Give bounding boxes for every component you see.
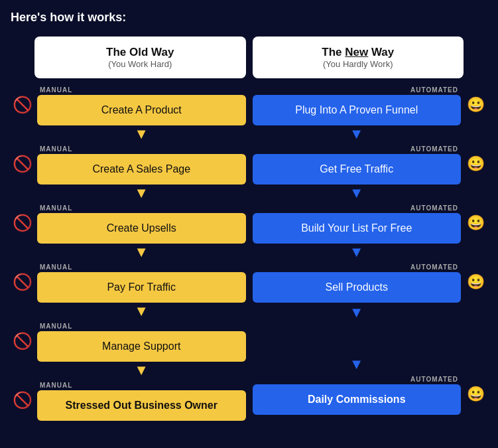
left-box-1: Create A Product: [37, 95, 246, 125]
label-automated-2: AUTOMATED: [410, 145, 458, 153]
left-arrow-5: ▼: [11, 362, 246, 379]
left-arrow-1: ▼: [11, 125, 246, 143]
left-box-5: Manage Support: [37, 331, 246, 362]
smile-icon-2: 😀: [464, 155, 487, 173]
label-automated-5: AUTOMATED: [410, 376, 458, 383]
new-way-subtitle: (You Hardly Work): [259, 59, 458, 69]
right-box-2: Get Free Traffic: [253, 154, 462, 185]
right-box-5: Daily Commissions: [253, 384, 462, 415]
label-manual-2: MANUAL: [40, 145, 72, 153]
left-arrow-2: ▼: [11, 185, 246, 202]
no-icon-5: 🚫: [11, 332, 34, 350]
right-step-1-row: AUTOMATED Plug Into A Proven Funnel 😀: [253, 84, 488, 125]
left-step-1-row: 🚫 MANUAL Create A Product: [11, 84, 246, 125]
label-manual-1: MANUAL: [40, 86, 72, 94]
left-arrow-3: ▼: [11, 244, 246, 261]
label-manual-6: MANUAL: [40, 382, 72, 389]
label-manual-4: MANUAL: [40, 263, 72, 271]
right-box-3: Build Your List For Free: [253, 213, 462, 244]
right-arrow-1: ▼: [253, 125, 488, 143]
right-spacer: ▼ ▼: [253, 303, 488, 373]
right-box-1: Plug Into A Proven Funnel: [253, 95, 462, 125]
old-way-header: The Old Way (You Work Hard): [34, 37, 246, 78]
smile-icon-1: 😀: [464, 96, 487, 113]
right-step-4-row: AUTOMATED Sell Products 😀: [253, 261, 488, 303]
old-way-title: The Old Way: [41, 46, 239, 59]
smile-icon-4: 😀: [464, 273, 487, 291]
label-automated-1: AUTOMATED: [410, 86, 458, 94]
right-arrow-3: ▼: [253, 244, 488, 261]
right-step-5-row: AUTOMATED Daily Commissions 😀: [253, 373, 488, 415]
left-arrow-4: ▼: [11, 303, 246, 320]
no-icon-1: 🚫: [11, 96, 34, 114]
left-column: The Old Way (You Work Hard) 🚫 MANUAL Cre…: [11, 37, 246, 421]
new-way-title: The New Way: [259, 46, 458, 59]
label-automated-3: AUTOMATED: [410, 204, 458, 212]
left-step-4-row: 🚫 MANUAL Pay For Traffic: [11, 261, 246, 303]
label-manual-3: MANUAL: [40, 204, 72, 212]
left-step-6-row: 🚫 MANUAL Stressed Out Business Owner: [11, 379, 246, 421]
no-icon-4: 🚫: [11, 273, 34, 291]
left-box-4: Pay For Traffic: [37, 272, 246, 303]
left-step-3-row: 🚫 MANUAL Create Upsells: [11, 202, 246, 244]
no-icon-3: 🚫: [11, 214, 34, 232]
left-step-2-row: 🚫 MANUAL Create A Sales Page: [11, 143, 246, 185]
old-way-subtitle: (You Work Hard): [41, 59, 239, 69]
no-icon-2: 🚫: [11, 155, 34, 173]
label-manual-5: MANUAL: [40, 323, 72, 330]
new-way-header: The New Way (You Hardly Work): [253, 37, 464, 78]
left-box-3: Create Upsells: [37, 213, 246, 244]
right-step-3-row: AUTOMATED Build Your List For Free 😀: [253, 202, 488, 244]
right-arrow-2: ▼: [253, 185, 488, 202]
right-step-2-row: AUTOMATED Get Free Traffic 😀: [253, 143, 488, 185]
left-box-2: Create A Sales Page: [37, 154, 246, 185]
right-column: The New Way (You Hardly Work) AUTOMATED …: [253, 37, 488, 415]
no-icon-6: 🚫: [11, 391, 34, 410]
label-automated-4: AUTOMATED: [410, 263, 458, 271]
page-container: Here's how it works: The Old Way (You Wo…: [11, 11, 487, 421]
page-title: Here's how it works:: [11, 11, 487, 25]
smile-icon-3: 😀: [464, 214, 487, 232]
right-box-4: Sell Products: [253, 272, 462, 303]
left-box-6: Stressed Out Business Owner: [37, 390, 246, 421]
left-step-5-row: 🚫 MANUAL Manage Support: [11, 320, 246, 362]
smile-icon-5: 😀: [464, 386, 487, 403]
